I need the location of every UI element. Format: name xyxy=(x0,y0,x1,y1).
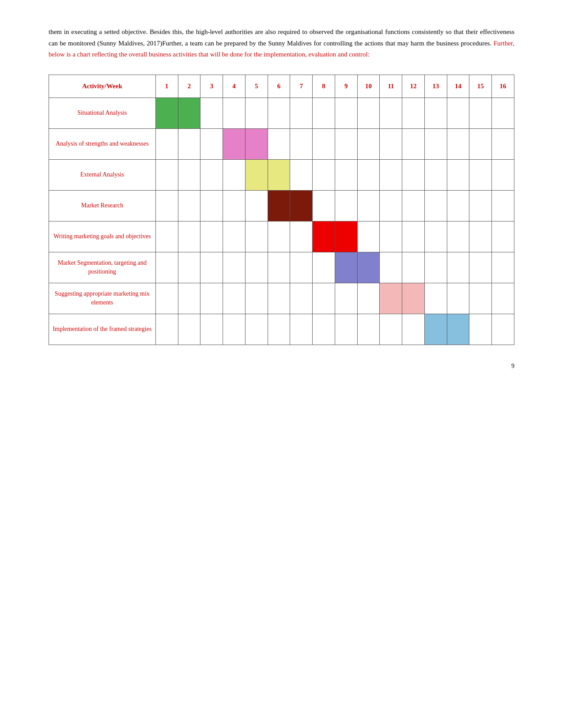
week-cell-0-5 xyxy=(245,98,268,128)
week-cell-0-7 xyxy=(290,98,313,128)
week-cell-6-6 xyxy=(268,283,290,314)
header-week-15: 15 xyxy=(469,75,492,98)
week-cell-7-11 xyxy=(380,314,402,345)
week-cell-3-5 xyxy=(245,190,268,221)
table-row: Market Segmentation, targeting and posit… xyxy=(49,252,514,283)
week-cell-6-16 xyxy=(492,283,514,314)
week-cell-4-16 xyxy=(492,221,514,252)
week-cell-2-13 xyxy=(424,159,447,190)
week-cell-2-14 xyxy=(447,159,469,190)
week-cell-5-15 xyxy=(469,252,492,283)
table-row: Market Research xyxy=(49,190,514,221)
week-cell-5-4 xyxy=(223,252,246,283)
week-cell-3-4 xyxy=(223,190,246,221)
week-cell-3-10 xyxy=(357,190,380,221)
week-cell-3-3 xyxy=(200,190,223,221)
week-cell-4-4 xyxy=(223,221,246,252)
activity-cell-0: Situational Analysis xyxy=(49,98,156,128)
week-cell-0-8 xyxy=(313,98,335,128)
week-cell-7-7 xyxy=(290,314,313,345)
week-cell-5-10 xyxy=(357,252,380,283)
week-cell-5-7 xyxy=(290,252,313,283)
week-cell-4-13 xyxy=(424,221,447,252)
week-cell-5-11 xyxy=(380,252,402,283)
week-cell-1-8 xyxy=(313,128,335,159)
week-cell-1-11 xyxy=(380,128,402,159)
header-activity: Activity/Week xyxy=(49,75,156,98)
week-cell-6-5 xyxy=(245,283,268,314)
week-cell-0-9 xyxy=(335,98,357,128)
header-week-7: 7 xyxy=(290,75,313,98)
week-cell-5-16 xyxy=(492,252,514,283)
week-cell-7-9 xyxy=(335,314,357,345)
week-cell-6-7 xyxy=(290,283,313,314)
week-cell-5-13 xyxy=(424,252,447,283)
week-cell-0-6 xyxy=(268,98,290,128)
header-week-12: 12 xyxy=(402,75,425,98)
week-cell-6-11 xyxy=(380,283,402,314)
week-cell-1-9 xyxy=(335,128,357,159)
week-cell-1-4 xyxy=(223,128,246,159)
activity-cell-5: Market Segmentation, targeting and posit… xyxy=(49,252,156,283)
week-cell-3-14 xyxy=(447,190,469,221)
table-row: Implementation of the framed strategies xyxy=(49,314,514,345)
week-cell-6-9 xyxy=(335,283,357,314)
week-cell-3-1 xyxy=(155,190,178,221)
week-cell-2-8 xyxy=(313,159,335,190)
table-row: Situational Analysis xyxy=(49,98,514,128)
header-week-4: 4 xyxy=(223,75,246,98)
header-week-9: 9 xyxy=(335,75,357,98)
week-cell-1-10 xyxy=(357,128,380,159)
week-cell-5-8 xyxy=(313,252,335,283)
week-cell-7-4 xyxy=(223,314,246,345)
week-cell-2-6 xyxy=(268,159,290,190)
week-cell-2-4 xyxy=(223,159,246,190)
week-cell-4-9 xyxy=(335,221,357,252)
week-cell-0-2 xyxy=(178,98,200,128)
week-cell-5-3 xyxy=(200,252,223,283)
week-cell-3-16 xyxy=(492,190,514,221)
week-cell-0-15 xyxy=(469,98,492,128)
week-cell-2-7 xyxy=(290,159,313,190)
header-week-11: 11 xyxy=(380,75,402,98)
activity-cell-1: Analysis of strengths and weaknesses xyxy=(49,128,156,159)
activity-cell-6: Suggesting appropriate marketing mix ele… xyxy=(49,283,156,314)
week-cell-2-5 xyxy=(245,159,268,190)
week-cell-7-13 xyxy=(424,314,447,345)
header-week-13: 13 xyxy=(424,75,447,98)
week-cell-1-2 xyxy=(178,128,200,159)
week-cell-7-5 xyxy=(245,314,268,345)
week-cell-7-1 xyxy=(155,314,178,345)
week-cell-5-9 xyxy=(335,252,357,283)
week-cell-4-14 xyxy=(447,221,469,252)
week-cell-3-11 xyxy=(380,190,402,221)
activity-cell-4: Writing marketing goals and objectives xyxy=(49,221,156,252)
week-cell-1-12 xyxy=(402,128,425,159)
week-cell-7-10 xyxy=(357,314,380,345)
week-cell-4-3 xyxy=(200,221,223,252)
week-cell-7-14 xyxy=(447,314,469,345)
week-cell-7-3 xyxy=(200,314,223,345)
week-cell-3-13 xyxy=(424,190,447,221)
week-cell-2-15 xyxy=(469,159,492,190)
week-cell-0-11 xyxy=(380,98,402,128)
week-cell-3-7 xyxy=(290,190,313,221)
gantt-chart: Activity/Week 1 2 3 4 5 6 7 8 9 10 11 12… xyxy=(49,75,514,345)
week-cell-1-7 xyxy=(290,128,313,159)
week-cell-6-14 xyxy=(447,283,469,314)
week-cell-4-15 xyxy=(469,221,492,252)
week-cell-5-6 xyxy=(268,252,290,283)
week-cell-5-14 xyxy=(447,252,469,283)
week-cell-0-13 xyxy=(424,98,447,128)
week-cell-3-6 xyxy=(268,190,290,221)
week-cell-3-9 xyxy=(335,190,357,221)
week-cell-4-10 xyxy=(357,221,380,252)
week-cell-0-14 xyxy=(447,98,469,128)
week-cell-6-12 xyxy=(402,283,425,314)
activity-cell-3: Market Research xyxy=(49,190,156,221)
table-row: Suggesting appropriate marketing mix ele… xyxy=(49,283,514,314)
week-cell-2-1 xyxy=(155,159,178,190)
table-row: Analysis of strengths and weaknesses xyxy=(49,128,514,159)
week-cell-6-3 xyxy=(200,283,223,314)
header-week-8: 8 xyxy=(313,75,335,98)
